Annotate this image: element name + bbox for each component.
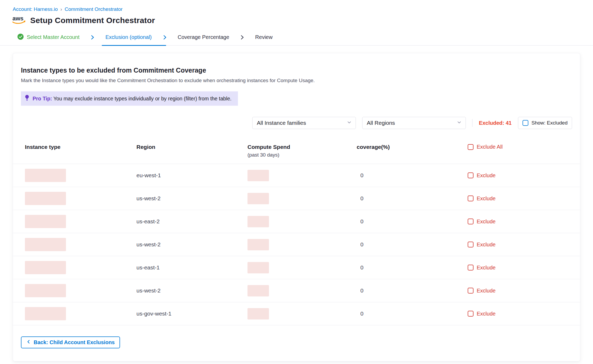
- card-heading: Instance types to be excluded from Commi…: [21, 66, 572, 74]
- breadcrumb-account-link[interactable]: Account: Harness.io: [13, 6, 58, 12]
- show-excluded-checkbox[interactable]: [523, 120, 528, 126]
- region-cell: us-west-2: [136, 287, 247, 294]
- coverage-cell: 0: [357, 310, 468, 317]
- region-cell: us-east-1: [136, 264, 247, 271]
- exclude-all-control[interactable]: Exclude All: [468, 144, 580, 150]
- region-cell: eu-west-1: [136, 172, 247, 179]
- exclusion-card: Instance types to be excluded from Commi…: [13, 53, 580, 361]
- header-compute-spend-sub: (past 30 days): [247, 152, 357, 158]
- table-row: us-east-2 0 Exclude: [13, 210, 580, 233]
- exclude-checkbox[interactable]: [468, 265, 473, 270]
- compute-spend-cell: [247, 239, 357, 250]
- exclusion-table: Instance type Region Compute Spend (past…: [13, 144, 580, 325]
- aws-logo-icon: aws: [12, 14, 26, 26]
- exclude-control[interactable]: Exclude: [468, 172, 580, 179]
- pro-tip-text: You may exclude instance types individua…: [53, 96, 231, 101]
- chevron-right-icon: [239, 34, 245, 40]
- coverage-cell: 0: [357, 195, 468, 202]
- redacted-instance-type: [25, 215, 66, 228]
- exclude-control[interactable]: Exclude: [468, 288, 580, 294]
- regions-dropdown[interactable]: All Regions: [362, 117, 466, 129]
- coverage-cell: 0: [357, 218, 468, 225]
- compute-spend-cell: [247, 308, 357, 319]
- card-subheading: Mark the Instance types you would like t…: [21, 78, 572, 83]
- exclude-all-label: Exclude All: [477, 144, 503, 150]
- chevron-down-icon: [347, 120, 352, 126]
- redacted-instance-type: [25, 192, 66, 205]
- instance-type-cell: [25, 238, 136, 251]
- lightbulb-icon: [25, 95, 29, 103]
- instance-type-cell: [25, 261, 136, 274]
- filters-divider: [472, 119, 472, 127]
- page-title: Setup Commitment Orchestrator: [30, 16, 155, 25]
- exclude-control[interactable]: Exclude: [468, 311, 580, 317]
- redacted-compute-spend: [247, 262, 269, 273]
- header-instance-type: Instance type: [25, 144, 136, 150]
- header-region: Region: [136, 144, 247, 150]
- compute-spend-cell: [247, 262, 357, 273]
- coverage-cell: 0: [357, 264, 468, 271]
- redacted-compute-spend: [247, 170, 269, 181]
- instance-type-cell: [25, 169, 136, 182]
- exclude-checkbox[interactable]: [468, 196, 473, 201]
- exclude-checkbox[interactable]: [468, 311, 473, 317]
- header-coverage: coverage(%): [357, 144, 468, 150]
- breadcrumb: Account: Harness.io › Commitment Orchest…: [0, 0, 593, 12]
- exclude-label: Exclude: [477, 219, 495, 225]
- exclude-control[interactable]: Exclude: [468, 265, 580, 271]
- redacted-compute-spend: [247, 285, 269, 296]
- exclude-checkbox[interactable]: [468, 172, 473, 178]
- breadcrumb-separator-icon: ›: [60, 7, 62, 12]
- show-excluded-toggle[interactable]: Show: Excluded: [518, 117, 572, 129]
- table-row: us-west-2 0 Exclude: [13, 279, 580, 302]
- instance-families-dropdown[interactable]: All Instance families: [252, 117, 356, 129]
- step-coverage-percentage[interactable]: Coverage Percentage: [177, 29, 231, 45]
- excluded-count-badge: Excluded: 41: [479, 120, 511, 126]
- back-button[interactable]: Back: Child Account Exclusions: [21, 336, 120, 348]
- exclude-checkbox[interactable]: [468, 288, 473, 294]
- page-header: aws Setup Commitment Orchestrator: [0, 12, 593, 26]
- step-label: Coverage Percentage: [178, 34, 229, 40]
- step-label: Review: [255, 34, 273, 40]
- step-exclusion[interactable]: Exclusion (optional): [104, 29, 153, 45]
- step-select-master-account[interactable]: Select Master Account: [16, 29, 81, 45]
- table-row: us-west-2 0 Exclude: [13, 233, 580, 256]
- exclude-label: Exclude: [477, 196, 495, 202]
- exclude-label: Exclude: [477, 265, 495, 271]
- coverage-cell: 0: [357, 172, 468, 179]
- instance-type-cell: [25, 284, 136, 297]
- chevron-down-icon: [457, 120, 462, 126]
- step-review[interactable]: Review: [254, 29, 274, 45]
- show-excluded-label: Show: Excluded: [532, 120, 568, 126]
- svg-text:aws: aws: [12, 15, 24, 22]
- step-label: Select Master Account: [27, 34, 79, 40]
- exclude-label: Exclude: [477, 242, 495, 248]
- compute-spend-cell: [247, 193, 357, 204]
- redacted-compute-spend: [247, 216, 269, 227]
- exclude-all-checkbox[interactable]: [468, 144, 473, 150]
- exclude-checkbox[interactable]: [468, 242, 473, 247]
- exclude-label: Exclude: [477, 311, 495, 317]
- redacted-instance-type: [25, 169, 66, 182]
- breadcrumb-current-link[interactable]: Commitment Orchestrator: [65, 6, 123, 12]
- header-compute-spend: Compute Spend (past 30 days): [247, 144, 357, 158]
- step-label: Exclusion (optional): [105, 34, 152, 40]
- pro-tip-label: Pro Tip:: [33, 96, 52, 101]
- back-button-label: Back: Child Account Exclusions: [34, 339, 115, 345]
- redacted-compute-spend: [247, 308, 269, 319]
- table-row: eu-west-1 0 Exclude: [13, 164, 580, 187]
- exclude-control[interactable]: Exclude: [468, 219, 580, 225]
- redacted-instance-type: [25, 238, 66, 251]
- wizard-stepper: Select Master Account Exclusion (optiona…: [0, 29, 593, 46]
- region-cell: us-gov-west-1: [136, 310, 247, 317]
- exclude-control[interactable]: Exclude: [468, 196, 580, 202]
- redacted-compute-spend: [247, 239, 269, 250]
- exclude-control[interactable]: Exclude: [468, 242, 580, 248]
- table-row: us-gov-west-1 0 Exclude: [13, 302, 580, 325]
- instance-type-cell: [25, 215, 136, 228]
- instance-type-cell: [25, 192, 136, 205]
- instance-families-value: All Instance families: [257, 120, 306, 126]
- coverage-cell: 0: [357, 241, 468, 248]
- exclude-checkbox[interactable]: [468, 219, 473, 224]
- redacted-instance-type: [25, 284, 66, 297]
